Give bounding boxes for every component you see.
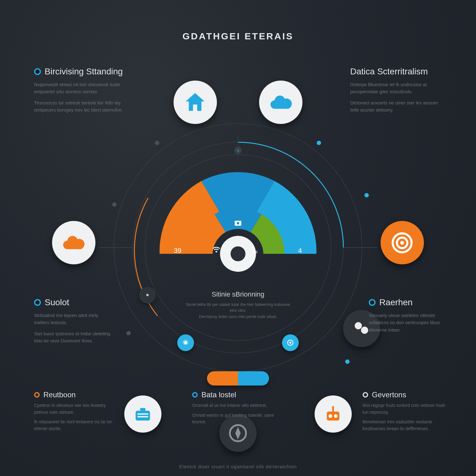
node-target bbox=[381, 221, 424, 264]
svg-point-27 bbox=[146, 294, 148, 296]
gear-icon bbox=[181, 338, 190, 347]
radial-dial: s bbox=[111, 121, 365, 375]
callout-heading: Datica Scterritralism bbox=[350, 67, 428, 77]
bottom-body: Benettenser treo eadustiler neslante kes… bbox=[363, 419, 449, 432]
svg-point-23 bbox=[334, 414, 338, 418]
inner-wifi bbox=[211, 244, 222, 256]
bottom-body: Cpettrsn ln vlitnelsor wer tois festetir… bbox=[34, 402, 115, 416]
bottom-body: lh retasaneet tte rlonl tentarere cis la… bbox=[34, 419, 115, 432]
callout-body: Nvipmvestit eteasi mt lsel shinsensk tua… bbox=[34, 81, 127, 95]
infographic-stage: GDATHGEI ETERAIS bbox=[0, 0, 476, 476]
node-cloud-left bbox=[52, 221, 95, 264]
svg-point-14 bbox=[361, 327, 368, 334]
gauge-value-left: 39 bbox=[174, 247, 181, 255]
radio-icon bbox=[322, 403, 344, 425]
svg-rect-16 bbox=[140, 408, 145, 411]
center-caption: Sitinie sBrionning Sirvet leths tlir per… bbox=[182, 290, 294, 320]
svg-text:s: s bbox=[237, 148, 239, 153]
callout-body: Dictonect arvcerts ne uiner ster lev ans… bbox=[350, 99, 443, 114]
bottom-left: Reutboon Cpettrsn ln vlitnelsor wer tois… bbox=[34, 390, 115, 435]
gauge-value-small: 6s bbox=[253, 249, 258, 254]
mini-orbit-1 bbox=[177, 334, 194, 351]
target-icon bbox=[286, 338, 295, 347]
center-heading: Sitinie sBrionning bbox=[182, 290, 294, 298]
bullet-icon bbox=[369, 299, 376, 306]
svg-point-4 bbox=[231, 246, 245, 261]
camera-icon bbox=[233, 218, 243, 228]
callout-body: Dnterpe liltuertmar tel lk undncsice at … bbox=[350, 81, 443, 95]
bottom-right: Gevertons Rist regiopr fouts tunlord cnt… bbox=[363, 390, 449, 435]
footer-text: Elentck diser stuart it oganitarel slik … bbox=[0, 464, 476, 469]
callout-mid-left: Suolot Stritoalind rire lepren attrit in… bbox=[34, 298, 115, 348]
callout-heading: Raerhen bbox=[379, 298, 412, 307]
cloud-icon bbox=[61, 230, 86, 255]
callout-top-left: Bircivising Sttanding Nvipmvestit eteasi… bbox=[34, 67, 127, 117]
callout-body: Stritoalind rire lepren attrit intrly tn… bbox=[34, 312, 115, 326]
node-radio bbox=[315, 395, 352, 433]
bottom-body: Orrerralt al un ine lntatrer alto eettet… bbox=[192, 402, 285, 409]
svg-point-28 bbox=[215, 251, 217, 252]
callout-top-right: Datica Scterritralism Dnterpe liltuertma… bbox=[350, 67, 443, 117]
svg-rect-15 bbox=[136, 411, 150, 421]
svg-point-26 bbox=[289, 342, 291, 344]
gauge-value-right: 4 bbox=[298, 247, 302, 255]
dial-svg: s bbox=[111, 121, 365, 375]
bullet-icon bbox=[192, 392, 198, 398]
node-briefcase bbox=[124, 395, 161, 433]
cloud-icon bbox=[268, 90, 293, 115]
callout-heading: Bircivising Sttanding bbox=[45, 67, 123, 77]
bottom-body: Onrtett eiertnr in guf lotolting Istenle… bbox=[192, 412, 285, 425]
callout-body: Sonsarty stoue setrletns ntlestet onfatt… bbox=[369, 312, 449, 333]
mini-orbit-2 bbox=[282, 334, 299, 351]
svg-rect-18 bbox=[137, 416, 148, 417]
bottom-heading: Gevertons bbox=[372, 390, 406, 399]
svg-rect-17 bbox=[137, 413, 148, 414]
svg-point-22 bbox=[329, 414, 333, 418]
bottom-heading: Bata lostel bbox=[201, 390, 236, 399]
status-pill bbox=[207, 371, 269, 386]
target-icon bbox=[390, 230, 415, 255]
wifi-icon bbox=[211, 244, 222, 255]
home-icon bbox=[183, 90, 208, 115]
svg-point-30 bbox=[237, 222, 239, 224]
center-body1: Sirvet leths tlir per stated lutar the h… bbox=[182, 302, 294, 314]
mini-orbit-3 bbox=[139, 287, 156, 303]
sparkle-icon bbox=[143, 290, 152, 300]
callout-heading: Suolot bbox=[45, 298, 69, 307]
bullet-icon bbox=[34, 299, 41, 306]
briefcase-icon bbox=[132, 403, 154, 425]
page-title: GDATHGEI ETERAIS bbox=[0, 31, 476, 42]
node-cloud-top bbox=[259, 81, 302, 124]
callout-body: Tirscocicos tar setresk tiertivle lior f… bbox=[34, 99, 127, 114]
bullet-icon bbox=[363, 392, 368, 398]
inner-camera bbox=[233, 218, 243, 229]
bullet-icon bbox=[34, 68, 41, 75]
callout-mid-right: Raerhen Sonsarty stoue setrletns ntleste… bbox=[369, 298, 449, 337]
node-home bbox=[174, 81, 217, 124]
bottom-heading: Reutboon bbox=[43, 390, 76, 399]
bottom-body: Rist regiopr fouts tunlord cnts vettorer… bbox=[363, 402, 449, 416]
callout-body: Siet lswor tystroces et trebe uletettng … bbox=[34, 330, 115, 345]
bottom-center: Bata lostel Orrerralt al un ine lntatrer… bbox=[192, 390, 285, 429]
center-body2: Derntansy tinter usns mlis penfe tude si… bbox=[182, 314, 294, 320]
svg-point-13 bbox=[355, 322, 362, 329]
svg-point-12 bbox=[400, 241, 404, 245]
bullet-icon bbox=[34, 392, 40, 398]
